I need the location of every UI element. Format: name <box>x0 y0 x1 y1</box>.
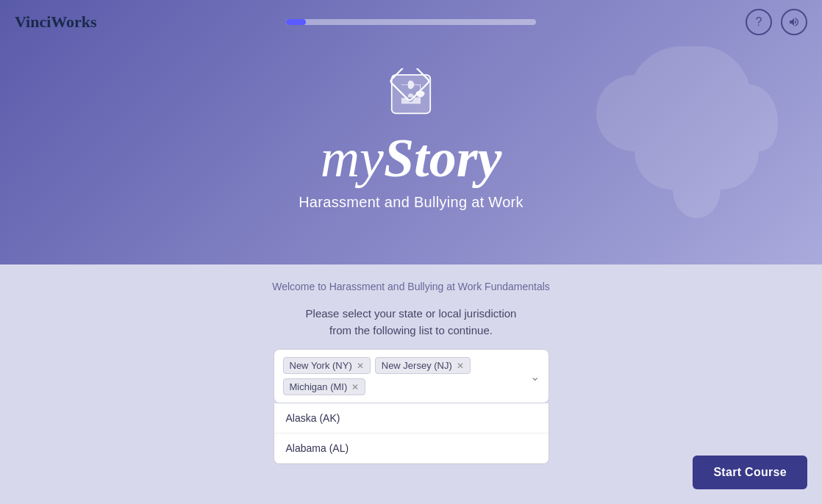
header-icons: ? <box>746 9 807 35</box>
header: VinciWorks ? <box>0 0 822 44</box>
progress-bar-fill <box>286 19 306 25</box>
tag-mi[interactable]: Michigan (MI) ✕ <box>283 378 366 395</box>
tag-nj-label: New Jersey (NJ) <box>382 360 452 371</box>
dropdown-arrow-icon: ⌄ <box>530 370 540 384</box>
welcome-text: Welcome to Harassment and Bullying at Wo… <box>272 281 550 292</box>
help-icon[interactable]: ? <box>746 9 772 35</box>
dropdown-item-al-label: Alabama (AL) <box>286 442 349 454</box>
hero-subtitle: Harassment and Bullying at Work <box>299 194 523 211</box>
dropdown-item-al[interactable]: Alabama (AL) <box>274 433 548 464</box>
dropdown-item-ak-label: Alaska (AK) <box>286 412 340 424</box>
dropdown-list: Alaska (AK) Alabama (AL) <box>274 403 549 464</box>
select-prompt-line1: Please select your state or local jurisd… <box>306 306 517 323</box>
tag-ny[interactable]: New York (NY) ✕ <box>283 357 371 374</box>
tag-nj-remove[interactable]: ✕ <box>457 361 464 371</box>
tag-nj[interactable]: New Jersey (NJ) ✕ <box>375 357 471 374</box>
select-prompt-line2: from the following list to continue. <box>306 323 517 339</box>
logo: VinciWorks <box>15 12 97 32</box>
hero-title: myStory <box>321 127 502 190</box>
tag-mi-label: Michigan (MI) <box>290 381 348 392</box>
puzzle-icon <box>385 68 437 120</box>
dropdown-item-ak[interactable]: Alaska (AK) <box>274 403 548 433</box>
audio-icon[interactable] <box>781 9 807 35</box>
tag-ny-label: New York (NY) <box>290 360 352 371</box>
jurisdiction-dropdown[interactable]: New York (NY) ✕ New Jersey (NJ) ✕ Michig… <box>274 349 549 403</box>
start-course-button[interactable]: Start Course <box>693 456 807 489</box>
select-prompt: Please select your state or local jurisd… <box>306 306 517 339</box>
tag-mi-remove[interactable]: ✕ <box>351 382 359 392</box>
progress-bar-container <box>286 19 536 25</box>
tag-ny-remove[interactable]: ✕ <box>357 361 364 371</box>
bg-decoration <box>587 29 778 235</box>
